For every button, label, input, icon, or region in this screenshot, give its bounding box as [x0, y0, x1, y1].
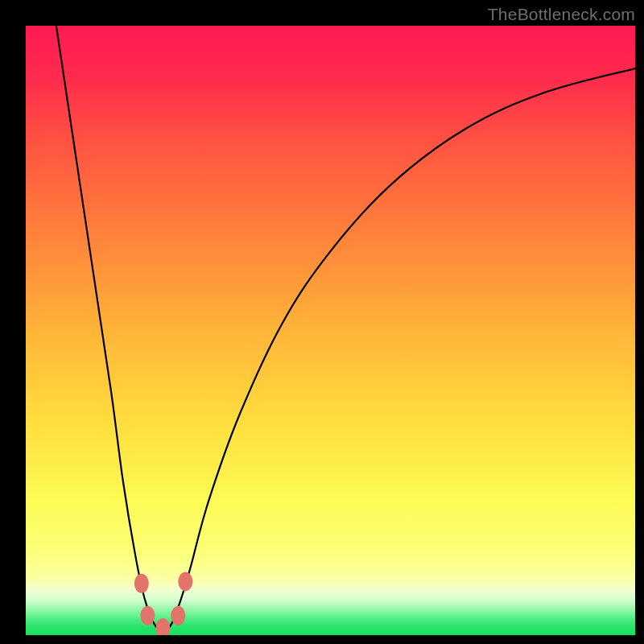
bottleneck-curve: [56, 26, 635, 632]
plot-area: [26, 26, 635, 635]
curve-marker: [178, 572, 192, 591]
curve-layer: [26, 26, 635, 635]
curve-marker: [171, 606, 185, 625]
curve-marker: [134, 574, 149, 593]
watermark-text: TheBottleneck.com: [488, 5, 635, 24]
chart-frame: TheBottleneck.com: [0, 0, 644, 644]
curve-markers: [134, 572, 193, 635]
curve-marker: [155, 618, 170, 635]
curve-marker: [140, 606, 155, 625]
